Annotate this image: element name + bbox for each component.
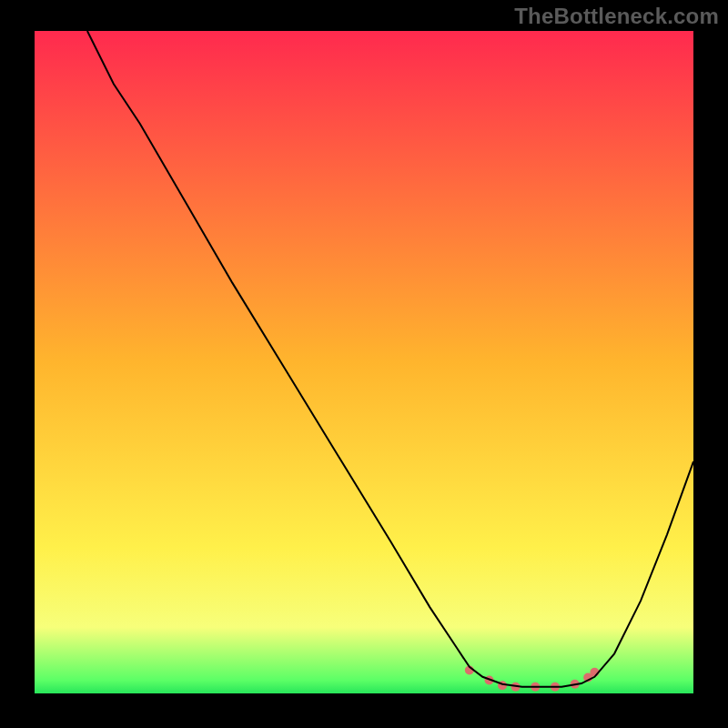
chart-canvas	[35, 31, 693, 693]
watermark-text: TheBottleneck.com	[514, 4, 719, 29]
gradient-background	[35, 31, 693, 693]
